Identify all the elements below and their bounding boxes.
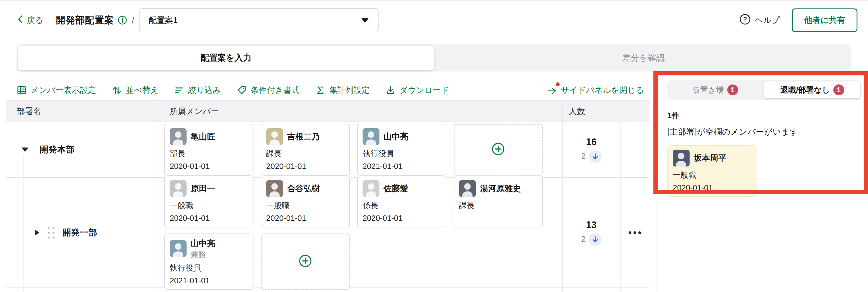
member-card[interactable]: 亀山匠 部長 2020-01-01: [164, 124, 253, 176]
add-member-button[interactable]: [454, 124, 543, 176]
members-cell: 原田一 一般職 2020-01-01 合谷弘樹 一般職 2020-01-01: [159, 178, 562, 288]
member-card[interactable]: 佐藤愛 係長 2020-01-01: [357, 176, 446, 228]
side-panel: 仮置き場 1 退職/部署なし 1 1件 [主部署]が空欄のメンバーがいます 坂本…: [656, 72, 868, 292]
tree-guide-line: [24, 154, 24, 292]
filter-button[interactable]: 絞り込み: [174, 85, 221, 96]
plan-select-value: 配置案1: [149, 15, 178, 26]
member-card[interactable]: 山中亮 執行役員 2021-01-01: [357, 124, 446, 176]
department-cell: 開発一部: [6, 178, 159, 288]
back-button[interactable]: 戻る: [17, 15, 43, 26]
column-header-members: 所属メンバー: [159, 101, 562, 122]
tool-label: 絞り込み: [188, 85, 221, 96]
avatar: [266, 180, 283, 197]
member-role: 課長: [266, 148, 344, 159]
avatar: [170, 240, 187, 257]
panel-item-count: 1件: [667, 110, 861, 121]
tab-staging-area[interactable]: 仮置き場 1: [667, 80, 763, 99]
page-title: 開発部配置案: [56, 14, 114, 27]
table-row: 開発本部 亀山匠 部長 2020-01-01 吉根二乃 課長: [6, 122, 650, 178]
delta-value: 2: [581, 152, 586, 161]
member-name: 坂本周平: [694, 153, 726, 164]
row-menu-button[interactable]: [626, 228, 644, 237]
close-side-panel-button[interactable]: サイドパネルを閉じる: [547, 85, 644, 96]
avatar: [266, 128, 283, 145]
member-date: 2021-01-01: [363, 162, 441, 171]
member-concurrent-tag: 兼務: [191, 250, 215, 259]
collapse-toggle-icon[interactable]: [22, 147, 28, 152]
aggregate-columns-button[interactable]: 集計列設定: [315, 85, 370, 96]
member-role: 課長: [459, 200, 537, 211]
add-member-button[interactable]: [261, 233, 350, 290]
member-card[interactable]: 吉根二乃 課長 2020-01-01: [261, 124, 350, 176]
app-header: 戻る 開発部配置案 / 配置案1 ? ヘルプ 他者に共有: [17, 7, 858, 33]
table-grid-icon: [17, 85, 27, 95]
member-card[interactable]: 合谷弘樹 一般職 2020-01-01: [261, 176, 350, 228]
avatar: [459, 180, 476, 197]
tab-label: 退職/部署なし: [780, 85, 830, 95]
headcount-cell: 13 2: [562, 178, 620, 288]
member-role: 一般職: [673, 170, 751, 180]
avatar: [363, 128, 379, 145]
table-row-partial: [6, 288, 650, 292]
member-role: 係長: [363, 200, 441, 211]
member-date: 2020-01-01: [170, 213, 248, 223]
table-header-row: 部署名 所属メンバー 人数: [6, 100, 650, 122]
member-card[interactable]: 原田一 一般職 2020-01-01: [164, 176, 253, 228]
notification-dot: [556, 82, 560, 86]
download-button[interactable]: ダウンロード: [385, 85, 449, 96]
headcount-delta: 2: [581, 233, 601, 246]
column-header-headcount: 人数: [562, 101, 620, 122]
side-panel-tabs: 仮置き場 1 退職/部署なし 1: [667, 80, 861, 99]
share-button[interactable]: 他者に共有: [792, 8, 858, 32]
info-icon[interactable]: [118, 16, 127, 25]
conditional-format-button[interactable]: 条件付き書式: [237, 85, 300, 96]
svg-text:?: ?: [743, 16, 747, 23]
avatar: [170, 128, 187, 145]
avatar: [170, 180, 187, 197]
member-name: 亀山匠: [191, 131, 215, 142]
member-role: 一般職: [266, 200, 344, 211]
table-toolbar: メンバー表示設定 並べ替え 絞り込み 条件付き書式 集計列設定: [17, 81, 644, 99]
tab-retired-no-department[interactable]: 退職/部署なし 1: [764, 82, 860, 98]
member-role: 一般職: [170, 200, 248, 211]
tab-check-diff[interactable]: 差分を確認: [435, 45, 851, 71]
headcount-value: 16: [586, 137, 596, 147]
arrow-right-icon: [547, 85, 557, 95]
drag-handle-icon[interactable]: [48, 227, 55, 239]
table-row: 開発一部 原田一 一般職 2020-01-01 合谷弘樹 一般職: [6, 178, 650, 288]
question-circle-icon: ?: [739, 13, 751, 27]
member-role: 執行役員: [170, 263, 248, 273]
chevron-down-icon: [361, 18, 369, 23]
placement-plan-page: 戻る 開発部配置案 / 配置案1 ? ヘルプ 他者に共有 配置案を入力 差分を確…: [0, 0, 868, 292]
plan-select[interactable]: 配置案1: [139, 8, 378, 32]
member-display-settings-button[interactable]: メンバー表示設定: [17, 85, 96, 96]
sigma-icon: [315, 85, 326, 95]
sort-button[interactable]: 並べ替え: [112, 85, 158, 96]
member-date: 2020-01-01: [266, 162, 344, 171]
member-card[interactable]: 坂本周平 一般職 2020-01-01: [667, 145, 756, 197]
help-button[interactable]: ? ヘルプ: [739, 13, 780, 27]
member-card[interactable]: 湯河原雅史 課長: [454, 176, 543, 228]
row-actions-cell: [620, 122, 649, 177]
member-date: 2020-01-01: [170, 162, 248, 171]
headcount-value: 13: [586, 220, 596, 230]
member-date: 2020-01-01: [363, 213, 441, 223]
member-name: 吉根二乃: [287, 131, 320, 142]
decrease-arrow-icon: [589, 233, 601, 246]
expand-toggle-icon[interactable]: [35, 229, 39, 236]
plus-circle-icon: [298, 254, 313, 269]
members-cell: 亀山匠 部長 2020-01-01 吉根二乃 課長 2020-01-01: [159, 122, 562, 177]
chevron-left-icon: [17, 15, 24, 26]
tag-icon: [237, 85, 247, 95]
tab-input-plan[interactable]: 配置案を入力: [18, 46, 434, 70]
column-header-department: 部署名: [6, 106, 159, 117]
member-card[interactable]: 山中亮 兼務 執行役員 2021-01-01: [164, 233, 253, 290]
tool-label: 並べ替え: [126, 85, 158, 96]
download-icon: [385, 85, 396, 95]
count-badge: 1: [727, 84, 738, 95]
placement-table: 部署名 所属メンバー 人数 開発本部 亀山匠 部長 2020-01-01: [6, 100, 650, 292]
member-name: 山中亮: [384, 131, 408, 142]
department-name: 開発一部: [62, 227, 97, 238]
member-name: 佐藤愛: [384, 183, 408, 194]
member-date: 2020-01-01: [266, 213, 344, 223]
